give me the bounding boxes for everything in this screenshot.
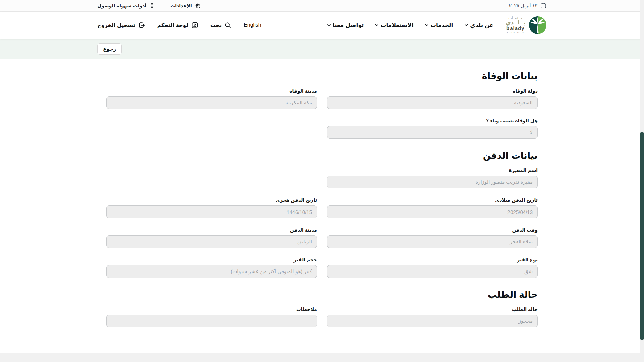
grave-type-label: نوع القبر [327, 257, 538, 262]
death-country-label: دولة الوفاة [327, 88, 538, 94]
field-death-country: دولة الوفاة [327, 88, 538, 109]
burial-city-input[interactable] [106, 235, 317, 248]
grave-size-input[interactable] [106, 265, 317, 278]
logout-label: تسجيل الخروج [97, 22, 136, 28]
back-button[interactable]: رجوع [97, 43, 122, 55]
burial-city-label: مدينة الدفن [106, 227, 317, 233]
nav-services[interactable]: الخدمات [425, 22, 453, 29]
burial-time-input[interactable] [327, 235, 538, 248]
death-epidemic-label: هل الوفاة بسبب وباء ؟ [327, 118, 538, 123]
death-city-label: مدينة الوفاة [106, 88, 317, 94]
chevron-down-icon [327, 24, 331, 26]
field-burial-date-hijri: تاريخ الدفن هجري [106, 197, 317, 218]
request-details-form: بيانات الوفاة دولة الوفاة مدينة الوفاة ه… [106, 71, 538, 327]
footer-strip [0, 353, 644, 362]
dashboard-label: لوحة التحكم [157, 22, 189, 28]
burial-date-gregorian-input[interactable] [327, 205, 538, 218]
field-cemetery-name: اسم المقبرة [327, 168, 538, 188]
cemetery-name-label: اسم المقبرة [327, 168, 538, 173]
nav-label: الاستعلامات [380, 22, 414, 29]
logout-button[interactable]: تسجيل الخروج [97, 22, 145, 29]
field-burial-date-gregorian: تاريخ الدفن ميلادي [327, 197, 538, 218]
field-death-city: مدينة الوفاة [106, 88, 317, 109]
date-text: ١٣-أبريل-٢٠٢٥ [509, 3, 537, 8]
field-notes: ملاحظات [106, 307, 317, 327]
burial-time-label: وقت الدفن [327, 227, 538, 233]
death-country-input[interactable] [327, 96, 538, 109]
death-epidemic-input[interactable] [327, 126, 538, 139]
field-grave-size: حجم القبر [106, 257, 317, 278]
language-switch[interactable]: English [244, 22, 261, 28]
burial-date-hijri-label: تاريخ الدفن هجري [106, 197, 317, 203]
language-label: English [244, 22, 261, 28]
balady-logo[interactable]: خــدمــات بــلــدي balady services [506, 16, 547, 34]
utility-bar: ١٣-أبريل-٢٠٢٥ الإعدادات [0, 0, 644, 12]
scrollbar[interactable] [640, 0, 644, 362]
field-grave-type: نوع القبر [327, 257, 538, 278]
status-section-title: حالة الطلب [106, 289, 538, 300]
grid-spacer [106, 118, 317, 139]
logo-latin-sub: services [506, 31, 524, 34]
current-date: ١٣-أبريل-٢٠٢٥ [509, 2, 547, 9]
burial-section-title: بيانات الدفن [106, 150, 538, 161]
gear-icon [195, 3, 201, 9]
scrollbar-thumb[interactable] [640, 132, 644, 340]
settings-button[interactable]: الإعدادات [170, 3, 201, 9]
logo-wordmark: خــدمــات بــلــدي balady services [506, 16, 525, 34]
death-city-input[interactable] [106, 96, 317, 109]
field-burial-city: مدينة الدفن [106, 227, 317, 248]
field-request-status: حالة الطلب [327, 307, 538, 327]
grid-spacer [106, 168, 317, 188]
calendar-icon [540, 2, 547, 9]
chevron-down-icon [465, 24, 468, 26]
accessibility-label: أدوات سهولة الوصول [97, 3, 146, 8]
search-button[interactable]: بحث [210, 22, 231, 29]
dashboard-person-icon [191, 22, 198, 29]
accessibility-tools-button[interactable]: أدوات سهولة الوصول [97, 3, 155, 9]
logo-arabic-main: بــلــدي [506, 20, 525, 26]
field-burial-time: وقت الدفن [327, 227, 538, 248]
logo-latin: balady [506, 26, 525, 31]
search-label: بحث [210, 22, 222, 28]
accessibility-icon [149, 3, 155, 9]
request-status-input[interactable] [327, 315, 538, 327]
nav-label: عن بلدي [470, 22, 493, 29]
logout-icon [138, 22, 145, 29]
search-icon [224, 22, 231, 29]
nav-inquiries[interactable]: الاستعلامات [375, 22, 414, 29]
burial-date-hijri-input[interactable] [106, 205, 317, 218]
nav-about-balady[interactable]: عن بلدي [465, 22, 493, 29]
notes-input[interactable] [106, 315, 317, 327]
chevron-down-icon [425, 24, 428, 26]
field-death-epidemic: هل الوفاة بسبب وباء ؟ [327, 118, 538, 139]
grave-size-label: حجم القبر [106, 257, 317, 262]
notes-label: ملاحظات [106, 307, 317, 312]
settings-label: الإعدادات [170, 3, 192, 8]
request-status-label: حالة الطلب [327, 307, 538, 312]
main-nav: عن بلدي الخدمات الاستعلامات تواصل معنا [327, 22, 494, 29]
death-section-title: بيانات الوفاة [106, 71, 538, 81]
main-header: خــدمــات بــلــدي balady services عن بل… [0, 12, 644, 39]
grave-type-input[interactable] [327, 265, 538, 278]
breadcrumb-bar: رجوع [0, 39, 644, 59]
burial-date-gregorian-label: تاريخ الدفن ميلادي [327, 197, 538, 203]
nav-label: الخدمات [430, 22, 453, 29]
chevron-down-icon [375, 24, 378, 26]
cemetery-name-input[interactable] [327, 176, 538, 188]
balady-palm-logo-icon [529, 16, 547, 34]
nav-contact-us[interactable]: تواصل معنا [327, 22, 364, 29]
dashboard-button[interactable]: لوحة التحكم [157, 22, 198, 29]
nav-label: تواصل معنا [333, 22, 364, 29]
